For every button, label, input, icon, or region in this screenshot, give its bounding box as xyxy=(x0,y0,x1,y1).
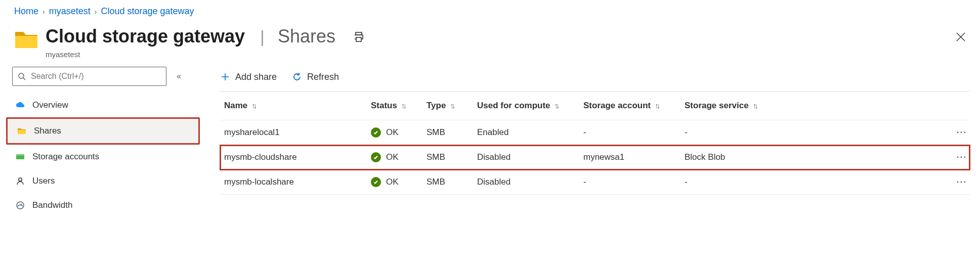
table-row[interactable]: mysmb-localshareOKSMBDisabled--··· xyxy=(220,170,970,195)
cell-account: mynewsa1 xyxy=(579,145,680,170)
sidebar-item-shares[interactable]: Shares xyxy=(8,119,198,143)
sidebar-item-label: Users xyxy=(32,176,55,186)
cell-service: Block Blob xyxy=(680,145,945,170)
main-pane: Add share Refresh Name↑↓ xyxy=(200,67,970,195)
svg-rect-7 xyxy=(16,154,24,156)
sidebar-item-users[interactable]: Users xyxy=(10,169,200,193)
search-field[interactable] xyxy=(30,71,161,81)
cell-account: - xyxy=(579,170,680,195)
cell-status: OK xyxy=(367,145,422,170)
user-icon xyxy=(15,176,25,186)
ok-icon xyxy=(371,127,381,138)
sidebar-item-label: Overview xyxy=(32,100,68,110)
refresh-icon xyxy=(292,72,302,82)
add-share-label: Add share xyxy=(235,72,277,82)
shares-table: Name↑↓ Status↑↓ Type↑↓ Used for compute↑… xyxy=(220,92,970,195)
cell-account: - xyxy=(579,120,680,145)
cell-compute: Disabled xyxy=(473,170,579,195)
chevron-right-icon: › xyxy=(42,8,45,16)
svg-line-5 xyxy=(23,78,25,80)
ok-icon xyxy=(371,177,381,187)
cell-service: - xyxy=(680,170,945,195)
sort-icon: ↑↓ xyxy=(251,101,255,110)
close-button[interactable] xyxy=(952,28,970,48)
cell-type: SMB xyxy=(422,170,473,195)
refresh-label: Refresh xyxy=(307,72,339,82)
page-section: Shares xyxy=(278,26,335,47)
col-service[interactable]: Storage service↑↓ xyxy=(680,92,945,120)
row-actions-button[interactable]: ··· xyxy=(945,120,970,145)
col-compute[interactable]: Used for compute↑↓ xyxy=(473,92,579,120)
cell-status: OK xyxy=(367,120,422,145)
sort-icon: ↑↓ xyxy=(401,101,405,110)
page-subtitle: myasetest xyxy=(46,50,365,59)
sort-icon: ↑↓ xyxy=(753,101,756,110)
row-actions-button[interactable]: ··· xyxy=(945,145,970,170)
col-account[interactable]: Storage account↑↓ xyxy=(579,92,680,120)
chevron-right-icon: › xyxy=(95,8,97,16)
sidebar-item-label: Bandwidth xyxy=(32,200,72,210)
cell-name: mysmb-localshare xyxy=(220,170,367,195)
sidebar-item-bandwidth[interactable]: Bandwidth xyxy=(10,193,200,217)
print-icon[interactable] xyxy=(353,31,365,45)
cell-service: - xyxy=(680,120,945,145)
search-input[interactable] xyxy=(12,67,166,86)
sort-icon: ↑↓ xyxy=(450,101,453,110)
breadcrumb-resource[interactable]: myasetest xyxy=(49,6,91,17)
cell-status: OK xyxy=(367,170,422,195)
plus-icon xyxy=(220,72,230,82)
cloud-icon xyxy=(15,100,25,110)
breadcrumb-home[interactable]: Home xyxy=(14,6,38,17)
cell-name: mysmb-cloudshare xyxy=(220,145,367,170)
cell-type: SMB xyxy=(422,145,473,170)
table-row[interactable]: mysmb-cloudshareOKSMBDisabledmynewsa1Blo… xyxy=(220,145,970,170)
row-actions-button[interactable]: ··· xyxy=(945,170,970,195)
folder-icon xyxy=(14,29,38,49)
sidebar-item-label: Shares xyxy=(34,126,61,136)
collapse-sidebar-icon[interactable]: « xyxy=(177,72,181,81)
refresh-button[interactable]: Refresh xyxy=(292,72,339,82)
sidebar: « Overview S xyxy=(10,67,200,217)
cell-compute: Disabled xyxy=(473,145,579,170)
folder-small-icon xyxy=(17,126,27,136)
search-icon xyxy=(18,72,26,80)
cell-compute: Enabled xyxy=(473,120,579,145)
breadcrumb-current[interactable]: Cloud storage gateway xyxy=(101,6,194,17)
bandwidth-icon xyxy=(15,200,25,210)
add-share-button[interactable]: Add share xyxy=(220,72,277,82)
col-name[interactable]: Name↑↓ xyxy=(220,92,367,120)
sort-icon: ↑↓ xyxy=(555,101,558,110)
col-status[interactable]: Status↑↓ xyxy=(367,92,422,120)
cell-type: SMB xyxy=(422,120,473,145)
ok-icon xyxy=(371,152,381,162)
sidebar-item-label: Storage accounts xyxy=(32,152,99,162)
breadcrumb: Home › myasetest › Cloud storage gateway xyxy=(0,0,980,22)
svg-rect-1 xyxy=(356,37,361,41)
table-row[interactable]: mysharelocal1OKSMBEnabled--··· xyxy=(220,120,970,145)
storage-icon xyxy=(15,152,25,162)
page-title: Cloud storage gateway xyxy=(46,27,245,46)
sort-icon: ↑↓ xyxy=(655,101,658,110)
sidebar-item-overview[interactable]: Overview xyxy=(10,93,200,117)
col-type[interactable]: Type↑↓ xyxy=(422,92,473,120)
blade-header: Cloud storage gateway | Shares myasetest xyxy=(0,22,980,67)
sidebar-item-storage-accounts[interactable]: Storage accounts xyxy=(10,145,200,169)
title-separator: | xyxy=(260,27,265,47)
svg-point-4 xyxy=(19,73,24,78)
svg-point-8 xyxy=(19,178,22,181)
cell-name: mysharelocal1 xyxy=(220,120,367,145)
toolbar: Add share Refresh xyxy=(220,67,970,87)
